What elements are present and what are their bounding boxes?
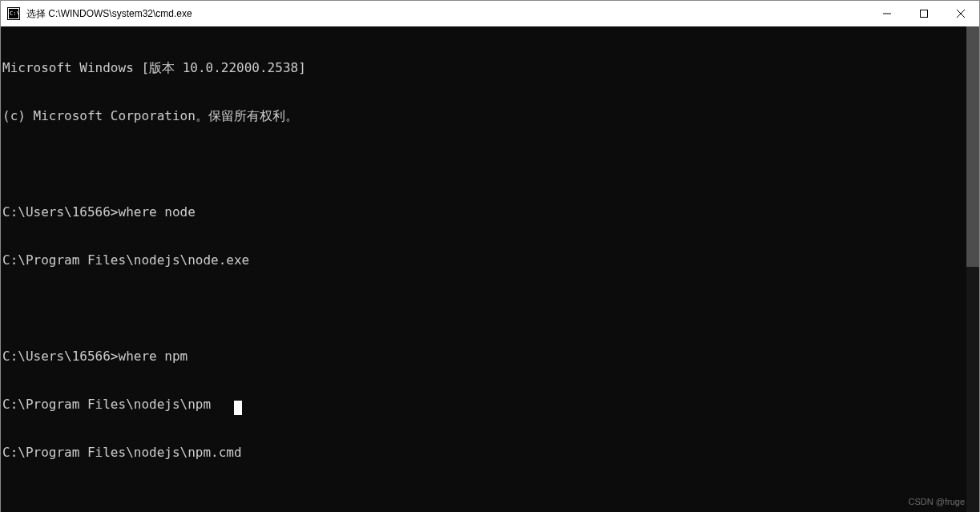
svg-text:C:\: C:\: [10, 10, 20, 17]
close-button[interactable]: [942, 1, 979, 26]
terminal-line: C:\Users\16566>where npm: [2, 349, 966, 365]
svg-rect-5: [921, 10, 928, 18]
cmd-window: C:\ 选择 C:\WINDOWS\system32\cmd.exe Micro…: [0, 0, 980, 512]
terminal-line: Microsoft Windows [版本 10.0.22000.2538]: [2, 60, 966, 76]
terminal-line: (c) Microsoft Corporation。保留所有权利。: [2, 108, 966, 124]
window-title: 选择 C:\WINDOWS\system32\cmd.exe: [26, 7, 869, 21]
window-controls: [869, 1, 979, 26]
terminal-line: C:\Program Files\nodejs\npm: [2, 397, 966, 413]
terminal-line: [2, 156, 966, 172]
scrollbar[interactable]: [966, 26, 979, 512]
terminal-line: C:\Program Files\nodejs\npm.cmd: [2, 445, 966, 461]
terminal-line: C:\Users\16566>where node: [2, 204, 966, 220]
scrollbar-thumb[interactable]: [966, 26, 979, 267]
maximize-button[interactable]: [905, 1, 942, 26]
watermark: CSDN @fruge: [909, 497, 965, 506]
terminal-line: [2, 493, 966, 509]
minimize-button[interactable]: [869, 1, 905, 26]
selection-cursor: [234, 401, 242, 415]
terminal-line: C:\Program Files\nodejs\node.exe: [2, 252, 966, 268]
terminal-output[interactable]: Microsoft Windows [版本 10.0.22000.2538] (…: [1, 26, 966, 512]
titlebar[interactable]: C:\ 选择 C:\WINDOWS\system32\cmd.exe: [1, 1, 979, 26]
cmd-icon: C:\: [7, 7, 20, 20]
terminal-line: [2, 300, 966, 316]
terminal-area: Microsoft Windows [版本 10.0.22000.2538] (…: [1, 26, 979, 512]
